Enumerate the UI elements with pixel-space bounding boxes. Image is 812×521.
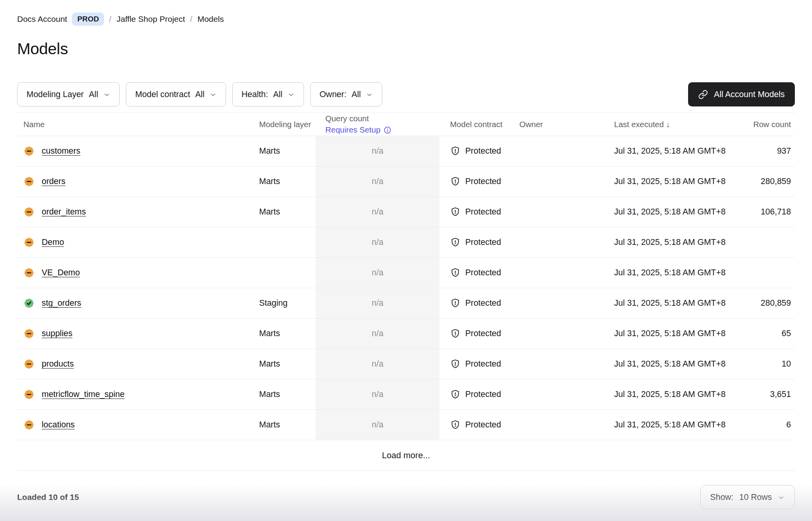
query-count-cell: n/a (316, 319, 440, 349)
info-icon (383, 126, 392, 134)
table-row: orders Marts n/a Protected Jul 31, 2025,… (17, 167, 795, 197)
modeling-layer-cell: Marts (255, 349, 316, 379)
contract-label: Protected (465, 329, 501, 338)
model-name-link[interactable]: order_items (42, 207, 86, 217)
name-cell: VE_Demo (17, 258, 255, 288)
filter-health[interactable]: Health: All (232, 82, 304, 106)
filter-value: All (273, 90, 282, 99)
model-contract-cell: Protected (440, 349, 519, 379)
models-table: Name Modeling layer Query count Requires… (17, 112, 795, 471)
health-status-icon (23, 176, 35, 187)
health-status-icon (23, 237, 35, 248)
name-cell: products (17, 349, 255, 379)
filter-value: All (89, 90, 98, 99)
filter-owner[interactable]: Owner: All (310, 82, 382, 106)
table-row: metricflow_time_spine Marts n/a Protecte… (17, 379, 795, 410)
modeling-layer-cell: Marts (255, 136, 316, 166)
owner-cell (519, 227, 612, 257)
shield-icon (450, 359, 461, 369)
breadcrumb-current: Models (198, 14, 224, 24)
breadcrumb: Docs Account PROD / Jaffle Shop Project … (17, 12, 795, 26)
requires-setup-link[interactable]: Requires Setup (325, 124, 440, 136)
contract-label: Protected (465, 298, 501, 308)
name-cell: locations (17, 410, 255, 440)
filter-modeling-layer[interactable]: Modeling Layer All (17, 82, 120, 106)
owner-cell (519, 167, 612, 197)
model-name-link[interactable]: VE_Demo (42, 268, 80, 278)
query-count-cell: n/a (316, 227, 440, 257)
breadcrumb-project[interactable]: Jaffle Shop Project (117, 14, 185, 24)
table-body: customers Marts n/a Protected Jul 31, 20… (17, 136, 795, 440)
modeling-layer-cell (255, 258, 316, 288)
shield-icon (450, 268, 461, 278)
chevron-down-icon (103, 91, 110, 98)
show-rows-select[interactable]: Show: 10 Rows (700, 485, 795, 509)
query-count-cell: n/a (316, 136, 440, 166)
query-count-cell: n/a (316, 167, 440, 197)
filter-label: Owner: (320, 90, 346, 99)
health-status-icon (23, 389, 35, 400)
load-more-button[interactable]: Load more... (382, 450, 430, 461)
query-count-cell: n/a (316, 258, 440, 288)
last-executed-cell: Jul 31, 2025, 5:18 AM GMT+8 (612, 227, 736, 257)
model-name-link[interactable]: orders (42, 177, 65, 186)
model-name-link[interactable]: locations (42, 420, 75, 430)
modeling-layer-cell: Staging (255, 288, 316, 318)
owner-cell (519, 349, 612, 379)
health-status-icon (23, 358, 35, 370)
row-count-cell: 937 (736, 136, 795, 166)
owner-cell (519, 379, 612, 409)
filter-label: Model contract (135, 90, 190, 99)
row-count-cell: 65 (736, 319, 795, 349)
shield-icon (450, 176, 461, 187)
breadcrumb-separator: / (190, 14, 192, 24)
query-count-cell: n/a (316, 349, 440, 379)
model-name-link[interactable]: products (42, 359, 74, 369)
filter-value: All (195, 90, 205, 99)
header-owner: Owner (519, 120, 612, 129)
health-status-icon (23, 145, 35, 157)
shield-icon (450, 328, 461, 339)
row-count-cell: 6 (736, 410, 795, 440)
chevron-down-icon (210, 91, 217, 98)
model-name-link[interactable]: stg_orders (42, 298, 81, 308)
sort-descending-icon: ↓ (666, 120, 670, 129)
table-row: Demo n/a Protected Jul 31, 2025, 5:18 AM… (17, 227, 795, 258)
model-contract-cell: Protected (440, 258, 519, 288)
all-account-models-button[interactable]: All Account Models (688, 82, 795, 106)
model-name-link[interactable]: supplies (42, 329, 72, 338)
contract-label: Protected (465, 177, 501, 186)
shield-icon (450, 389, 461, 400)
contract-label: Protected (465, 207, 501, 217)
model-name-link[interactable]: Demo (42, 237, 64, 247)
name-cell: metricflow_time_spine (17, 379, 255, 409)
model-name-link[interactable]: metricflow_time_spine (42, 390, 125, 399)
filter-label: Modeling Layer (26, 90, 84, 99)
contract-label: Protected (465, 359, 501, 369)
contract-label: Protected (465, 268, 501, 278)
name-cell: Demo (17, 227, 255, 257)
model-contract-cell: Protected (440, 227, 519, 257)
header-name: Name (17, 120, 255, 129)
breadcrumb-account[interactable]: Docs Account (17, 14, 67, 24)
contract-label: Protected (465, 390, 501, 399)
last-executed-cell: Jul 31, 2025, 5:18 AM GMT+8 (612, 410, 736, 440)
table-footer: Loaded 10 of 15 Show: 10 Rows (17, 471, 795, 521)
table-row: locations Marts n/a Protected Jul 31, 20… (17, 410, 795, 440)
model-contract-cell: Protected (440, 319, 519, 349)
table-row: customers Marts n/a Protected Jul 31, 20… (17, 136, 795, 167)
last-executed-cell: Jul 31, 2025, 5:18 AM GMT+8 (612, 258, 736, 288)
filter-model-contract[interactable]: Model contract All (126, 82, 226, 106)
contract-label: Protected (465, 146, 501, 156)
modeling-layer-cell (255, 227, 316, 257)
environment-badge[interactable]: PROD (72, 12, 104, 26)
shield-icon (450, 420, 461, 430)
name-cell: orders (17, 167, 255, 197)
contract-label: Protected (465, 420, 501, 430)
table-row: stg_orders Staging n/a Protected Jul 31,… (17, 288, 795, 319)
header-last-executed[interactable]: Last executed ↓ (612, 120, 736, 129)
show-label: Show: (710, 493, 734, 502)
model-name-link[interactable]: customers (42, 146, 80, 156)
header-query-count: Query count Requires Setup (316, 113, 440, 135)
owner-cell (519, 410, 612, 440)
